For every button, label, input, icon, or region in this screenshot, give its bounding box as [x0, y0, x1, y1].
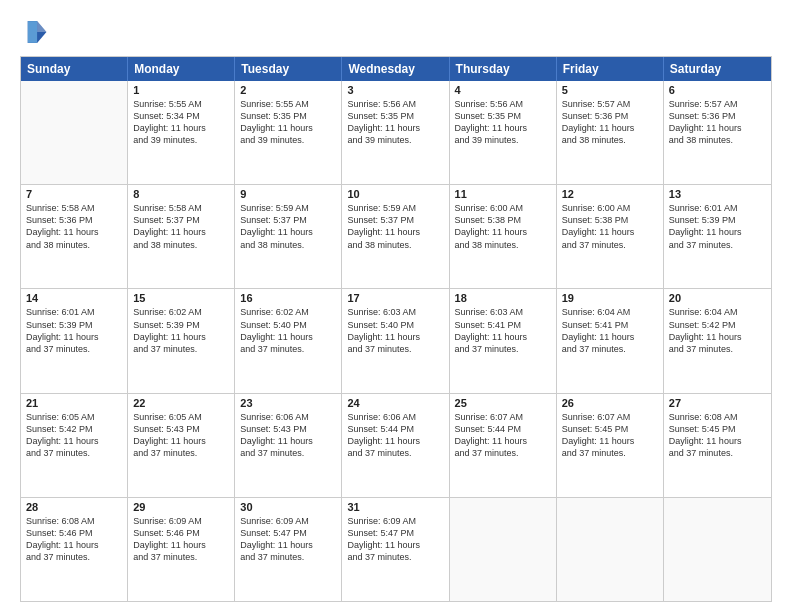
calendar-week: 14Sunrise: 6:01 AMSunset: 5:39 PMDayligh… [21, 289, 771, 393]
sunset: Sunset: 5:46 PM [26, 527, 122, 539]
calendar-cell: 12Sunrise: 6:00 AMSunset: 5:38 PMDayligh… [557, 185, 664, 288]
sunset: Sunset: 5:36 PM [562, 110, 658, 122]
sunset: Sunset: 5:43 PM [240, 423, 336, 435]
calendar-cell: 25Sunrise: 6:07 AMSunset: 5:44 PMDayligh… [450, 394, 557, 497]
sunrise: Sunrise: 6:07 AM [455, 411, 551, 423]
daylight-line2: and 37 minutes. [455, 447, 551, 459]
daylight-line1: Daylight: 11 hours [347, 539, 443, 551]
sunrise: Sunrise: 5:55 AM [240, 98, 336, 110]
svg-marker-2 [37, 21, 46, 32]
sunset: Sunset: 5:45 PM [669, 423, 766, 435]
daylight-line1: Daylight: 11 hours [562, 331, 658, 343]
day-number: 26 [562, 397, 658, 409]
daylight-line1: Daylight: 11 hours [133, 539, 229, 551]
day-number: 4 [455, 84, 551, 96]
calendar-cell: 24Sunrise: 6:06 AMSunset: 5:44 PMDayligh… [342, 394, 449, 497]
sunset: Sunset: 5:42 PM [669, 319, 766, 331]
calendar-cell: 17Sunrise: 6:03 AMSunset: 5:40 PMDayligh… [342, 289, 449, 392]
daylight-line1: Daylight: 11 hours [455, 331, 551, 343]
header-day: Wednesday [342, 57, 449, 81]
daylight-line1: Daylight: 11 hours [455, 122, 551, 134]
header-day: Friday [557, 57, 664, 81]
day-number: 19 [562, 292, 658, 304]
sunrise: Sunrise: 6:08 AM [669, 411, 766, 423]
daylight-line2: and 37 minutes. [26, 551, 122, 563]
sunrise: Sunrise: 6:04 AM [562, 306, 658, 318]
day-number: 25 [455, 397, 551, 409]
calendar-cell: 27Sunrise: 6:08 AMSunset: 5:45 PMDayligh… [664, 394, 771, 497]
daylight-line2: and 37 minutes. [240, 447, 336, 459]
sunset: Sunset: 5:40 PM [347, 319, 443, 331]
calendar: SundayMondayTuesdayWednesdayThursdayFrid… [20, 56, 772, 602]
header-day: Thursday [450, 57, 557, 81]
calendar-cell: 7Sunrise: 5:58 AMSunset: 5:36 PMDaylight… [21, 185, 128, 288]
daylight-line1: Daylight: 11 hours [240, 226, 336, 238]
calendar-cell: 6Sunrise: 5:57 AMSunset: 5:36 PMDaylight… [664, 81, 771, 184]
sunrise: Sunrise: 6:02 AM [240, 306, 336, 318]
daylight-line1: Daylight: 11 hours [347, 226, 443, 238]
day-number: 3 [347, 84, 443, 96]
sunset: Sunset: 5:37 PM [347, 214, 443, 226]
daylight-line1: Daylight: 11 hours [26, 435, 122, 447]
day-number: 7 [26, 188, 122, 200]
sunset: Sunset: 5:36 PM [669, 110, 766, 122]
calendar-cell: 11Sunrise: 6:00 AMSunset: 5:38 PMDayligh… [450, 185, 557, 288]
daylight-line1: Daylight: 11 hours [240, 331, 336, 343]
sunset: Sunset: 5:37 PM [133, 214, 229, 226]
calendar-week: 7Sunrise: 5:58 AMSunset: 5:36 PMDaylight… [21, 185, 771, 289]
daylight-line1: Daylight: 11 hours [26, 226, 122, 238]
calendar-cell: 31Sunrise: 6:09 AMSunset: 5:47 PMDayligh… [342, 498, 449, 601]
daylight-line2: and 37 minutes. [133, 343, 229, 355]
sunset: Sunset: 5:42 PM [26, 423, 122, 435]
daylight-line2: and 39 minutes. [240, 134, 336, 146]
daylight-line2: and 37 minutes. [347, 551, 443, 563]
day-number: 8 [133, 188, 229, 200]
calendar-cell [21, 81, 128, 184]
daylight-line2: and 39 minutes. [455, 134, 551, 146]
day-number: 14 [26, 292, 122, 304]
sunset: Sunset: 5:38 PM [562, 214, 658, 226]
calendar-cell [664, 498, 771, 601]
daylight-line2: and 37 minutes. [669, 447, 766, 459]
daylight-line1: Daylight: 11 hours [455, 435, 551, 447]
daylight-line1: Daylight: 11 hours [455, 226, 551, 238]
sunrise: Sunrise: 6:01 AM [669, 202, 766, 214]
day-number: 15 [133, 292, 229, 304]
daylight-line1: Daylight: 11 hours [133, 331, 229, 343]
daylight-line2: and 37 minutes. [26, 343, 122, 355]
sunrise: Sunrise: 6:09 AM [347, 515, 443, 527]
sunrise: Sunrise: 6:05 AM [26, 411, 122, 423]
day-number: 12 [562, 188, 658, 200]
daylight-line1: Daylight: 11 hours [669, 435, 766, 447]
day-number: 27 [669, 397, 766, 409]
daylight-line2: and 38 minutes. [133, 239, 229, 251]
calendar-cell: 23Sunrise: 6:06 AMSunset: 5:43 PMDayligh… [235, 394, 342, 497]
sunset: Sunset: 5:45 PM [562, 423, 658, 435]
sunrise: Sunrise: 5:56 AM [347, 98, 443, 110]
calendar-week: 21Sunrise: 6:05 AMSunset: 5:42 PMDayligh… [21, 394, 771, 498]
sunset: Sunset: 5:39 PM [669, 214, 766, 226]
daylight-line2: and 37 minutes. [562, 447, 658, 459]
day-number: 6 [669, 84, 766, 96]
daylight-line2: and 37 minutes. [133, 551, 229, 563]
calendar-cell: 2Sunrise: 5:55 AMSunset: 5:35 PMDaylight… [235, 81, 342, 184]
sunset: Sunset: 5:35 PM [455, 110, 551, 122]
day-number: 24 [347, 397, 443, 409]
sunrise: Sunrise: 6:04 AM [669, 306, 766, 318]
daylight-line1: Daylight: 11 hours [562, 435, 658, 447]
sunrise: Sunrise: 6:01 AM [26, 306, 122, 318]
sunrise: Sunrise: 6:09 AM [133, 515, 229, 527]
calendar-cell: 29Sunrise: 6:09 AMSunset: 5:46 PMDayligh… [128, 498, 235, 601]
calendar-cell [450, 498, 557, 601]
daylight-line1: Daylight: 11 hours [240, 435, 336, 447]
day-number: 28 [26, 501, 122, 513]
calendar-cell: 9Sunrise: 5:59 AMSunset: 5:37 PMDaylight… [235, 185, 342, 288]
daylight-line2: and 38 minutes. [26, 239, 122, 251]
calendar-cell: 19Sunrise: 6:04 AMSunset: 5:41 PMDayligh… [557, 289, 664, 392]
day-number: 22 [133, 397, 229, 409]
sunset: Sunset: 5:44 PM [347, 423, 443, 435]
sunset: Sunset: 5:47 PM [347, 527, 443, 539]
calendar-cell: 26Sunrise: 6:07 AMSunset: 5:45 PMDayligh… [557, 394, 664, 497]
sunrise: Sunrise: 5:59 AM [240, 202, 336, 214]
sunrise: Sunrise: 6:06 AM [347, 411, 443, 423]
